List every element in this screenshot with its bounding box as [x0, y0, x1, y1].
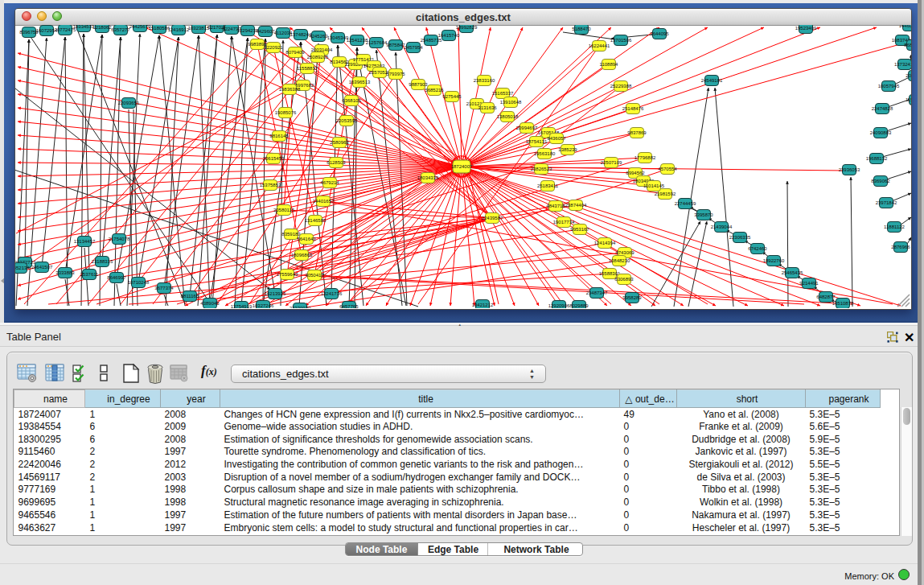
- svg-text:9875847: 9875847: [386, 43, 405, 47]
- svg-text:20994697: 20994697: [516, 126, 538, 130]
- svg-text:3677374: 3677374: [154, 286, 174, 290]
- svg-text:4389045: 4389045: [200, 301, 220, 306]
- svg-text:3333883: 3333883: [55, 270, 75, 275]
- svg-text:21257684: 21257684: [366, 40, 388, 45]
- svg-text:12414394: 12414394: [594, 241, 616, 245]
- svg-text:10057945: 10057945: [878, 84, 900, 89]
- svg-text:6482877: 6482877: [816, 295, 836, 299]
- svg-text:10323815: 10323815: [188, 26, 210, 31]
- svg-text:25183411: 25183411: [537, 183, 559, 188]
- svg-text:25485735: 25485735: [421, 38, 442, 43]
- svg-text:22306335: 22306335: [729, 235, 751, 240]
- svg-text:19836388: 19836388: [279, 87, 301, 92]
- svg-text:5685216: 5685216: [425, 88, 444, 93]
- svg-text:13241736: 13241736: [321, 291, 343, 296]
- svg-text:4429607: 4429607: [256, 29, 275, 34]
- svg-text:13754919: 13754919: [231, 304, 253, 308]
- svg-text:1108894: 1108894: [600, 62, 619, 67]
- svg-text:4245263: 4245263: [309, 34, 328, 39]
- svg-text:9816145: 9816145: [269, 134, 289, 138]
- svg-text:10848230: 10848230: [609, 258, 630, 263]
- svg-text:14401657: 14401657: [313, 199, 335, 204]
- svg-text:12920906: 12920906: [548, 303, 570, 308]
- svg-text:2077105: 2077105: [906, 73, 911, 78]
- svg-text:5188470: 5188470: [572, 27, 591, 31]
- svg-text:10334531: 10334531: [73, 25, 95, 29]
- svg-text:8685577: 8685577: [904, 43, 911, 47]
- svg-text:6742460: 6742460: [748, 246, 767, 251]
- svg-text:25229388: 25229388: [610, 84, 632, 89]
- svg-text:2876966: 2876966: [891, 245, 910, 249]
- svg-text:9275445: 9275445: [442, 94, 462, 99]
- svg-text:2537611: 2537611: [80, 272, 100, 277]
- svg-text:19017734: 19017734: [553, 220, 575, 225]
- svg-text:22744459: 22744459: [675, 201, 696, 206]
- svg-text:5641643: 5641643: [297, 237, 316, 241]
- svg-text:4570554: 4570554: [658, 167, 677, 171]
- svg-text:11881122: 11881122: [884, 225, 905, 229]
- svg-text:18034339: 18034339: [417, 175, 439, 180]
- svg-text:22093651: 22093651: [118, 101, 140, 105]
- svg-text:4679214: 4679214: [320, 180, 339, 185]
- svg-text:21981592: 21981592: [655, 192, 676, 196]
- svg-text:23487347: 23487347: [586, 290, 608, 295]
- svg-text:20615450: 20615450: [263, 156, 285, 161]
- svg-text:5793975: 5793975: [386, 72, 405, 76]
- svg-text:22507109: 22507109: [601, 160, 622, 165]
- svg-text:13805018: 13805018: [497, 114, 519, 119]
- svg-text:17796882: 17796882: [634, 155, 656, 160]
- svg-text:23936053: 23936053: [839, 167, 860, 172]
- svg-text:6457765: 6457765: [339, 304, 359, 308]
- svg-text:11584847: 11584847: [906, 97, 911, 102]
- svg-text:23188315: 23188315: [92, 259, 113, 264]
- svg-text:23833160: 23833160: [474, 78, 495, 83]
- svg-text:15165337: 15165337: [492, 91, 514, 96]
- svg-text:18724007: 18724007: [451, 164, 473, 169]
- svg-text:18096865: 18096865: [291, 253, 313, 257]
- svg-text:18922760: 18922760: [763, 258, 785, 263]
- svg-text:13910648: 13910648: [500, 100, 522, 105]
- svg-text:4050413: 4050413: [305, 273, 324, 278]
- svg-text:3220921: 3220921: [264, 45, 283, 50]
- svg-text:24641507: 24641507: [31, 265, 53, 270]
- svg-text:25089205: 25089205: [307, 55, 329, 60]
- svg-text:19688132: 19688132: [866, 156, 888, 161]
- svg-text:21754078: 21754078: [109, 237, 130, 241]
- svg-text:22330030: 22330030: [290, 306, 311, 308]
- svg-text:1385239: 1385239: [558, 147, 577, 152]
- svg-text:8369062: 8369062: [871, 179, 890, 183]
- svg-text:13732411: 13732411: [894, 62, 911, 67]
- svg-text:13146585: 13146585: [305, 218, 326, 223]
- svg-text:23874404: 23874404: [565, 203, 587, 208]
- svg-text:16415740: 16415740: [438, 33, 460, 38]
- svg-text:9436057: 9436057: [547, 136, 566, 141]
- svg-text:6128503: 6128503: [326, 160, 346, 165]
- svg-text:10710248: 10710248: [128, 280, 150, 285]
- svg-text:9837869: 9837869: [627, 130, 647, 135]
- svg-text:24549181: 24549181: [701, 78, 723, 83]
- svg-text:2457954: 2457954: [404, 45, 423, 50]
- svg-text:9214491: 9214491: [799, 281, 819, 286]
- svg-text:8811165: 8811165: [181, 294, 199, 299]
- svg-text:24090883: 24090883: [870, 130, 892, 135]
- svg-text:1218062: 1218062: [92, 25, 112, 30]
- svg-text:10327246: 10327246: [253, 303, 274, 308]
- svg-text:21439044: 21439044: [711, 225, 733, 229]
- svg-text:7452134: 7452134: [15, 266, 30, 270]
- svg-text:17559643: 17559643: [277, 272, 298, 277]
- svg-text:25465435: 25465435: [782, 270, 803, 275]
- svg-text:9887903: 9887903: [409, 82, 428, 87]
- svg-text:9958289: 9958289: [622, 295, 642, 300]
- svg-text:13421212: 13421212: [472, 303, 494, 307]
- svg-text:22474828: 22474828: [872, 106, 893, 111]
- svg-text:19563180: 19563180: [534, 151, 556, 156]
- svg-text:16396513: 16396513: [349, 80, 371, 84]
- svg-text:6994562: 6994562: [626, 171, 645, 175]
- svg-text:19523409: 19523409: [795, 26, 817, 31]
- svg-text:11558837: 11558837: [297, 66, 318, 71]
- svg-text:8029889: 8029889: [569, 303, 589, 308]
- svg-text:22439587: 22439587: [482, 216, 503, 220]
- svg-text:3395870: 3395870: [694, 212, 713, 217]
- svg-text:13134457: 13134457: [74, 239, 96, 244]
- svg-text:18754131: 18754131: [526, 139, 548, 144]
